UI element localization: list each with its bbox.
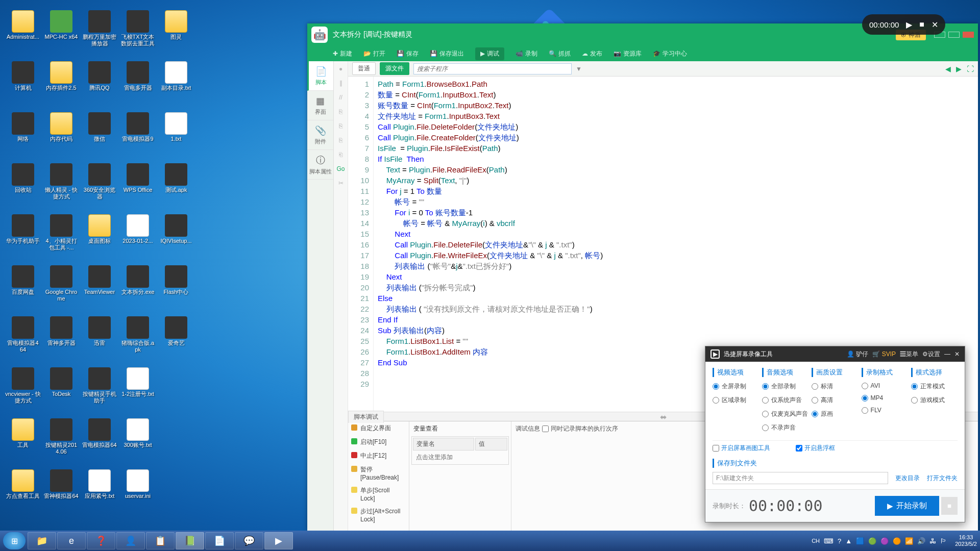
desktop-icon[interactable]: 迅雷 [82,316,117,346]
tb-app2[interactable]: 📋 [146,532,175,549]
tb-save[interactable]: 💾 保存 [397,49,419,58]
exec-customui[interactable]: 自定义界面 [348,421,409,435]
desktop-icon[interactable]: 猪嗨综合版.apk [120,316,156,353]
tab-normal[interactable]: 普通 [352,62,376,75]
tb-grab[interactable]: 🔍 抓抓 [549,49,571,58]
desktop-icon[interactable]: 按键精灵2014.06 [43,418,79,455]
opt-audio-sys[interactable]: 仅系统声音 [762,396,808,405]
tb-resource[interactable]: 📷 资源库 [614,49,642,58]
tb-help[interactable]: ❓ [87,532,115,549]
opt-audio-all[interactable]: 全部录制 [762,382,808,391]
float-recorder[interactable]: 00:00:00 ▶ ■ ✕ [862,14,945,35]
desktop-icon[interactable]: 文本拆分.exe [120,265,156,295]
tray-flag-icon[interactable]: 🏳 [940,537,947,545]
float-stop-icon[interactable]: ■ [919,20,924,29]
desktop-icon[interactable]: Flash中心 [158,265,194,295]
recorder-close-icon[interactable]: ✕ [954,350,960,358]
save-path-input[interactable] [713,472,888,484]
opt-q-hd[interactable]: 高清 [812,396,858,405]
close-button[interactable] [963,32,974,38]
exec-stop[interactable]: 中止[F12] [348,449,409,463]
tray-lang[interactable]: CH [812,538,820,544]
tb-saveexit[interactable]: 💾 保存退出 [430,49,464,58]
stop-record-button[interactable]: ■ [941,497,958,515]
tray-keyboard-icon[interactable]: ⌨ [824,537,834,545]
tb-open[interactable]: 📂 打开 [363,49,385,58]
opt-q-sd[interactable]: 标清 [812,382,858,391]
desktop-icon[interactable]: MPC-HC x64 [43,10,79,40]
desktop-icon[interactable]: 副本目录.txt [158,61,194,91]
exec-step[interactable]: 单步[Scroll Lock] [348,484,409,505]
tray-up-icon[interactable]: ▲ [845,537,852,545]
desktop-icon[interactable]: vncviewer - 快捷方式 [5,367,41,404]
chk-drawtool[interactable]: 开启屏幕画图工具 [713,444,770,453]
tb-app1[interactable]: 👤 [116,532,145,549]
desktop-icon[interactable]: 雷电模拟器9 [120,112,156,142]
desktop-icon[interactable]: 桌面图标 [82,214,117,244]
tb-learn[interactable]: 🎓 学习中心 [653,49,687,58]
float-close-icon[interactable]: ✕ [932,20,938,30]
nav-next-icon[interactable]: ▶ [956,65,962,73]
tb-record[interactable]: 📹 录制 [516,49,537,58]
opt-audio-none[interactable]: 不录声音 [762,423,808,432]
recorder-user[interactable]: 👤 驴仔 [847,350,868,359]
opt-m-normal[interactable]: 正常模式 [911,382,958,391]
desktop-icon[interactable]: 2023-01-2... [120,214,156,244]
desktop-icon[interactable]: 按键精灵手机助手 [82,367,117,404]
side-tab-props[interactable]: ⓘ脚本属性 [307,150,333,180]
nav-prev-icon[interactable]: ◀ [945,65,951,73]
maximize-button[interactable] [948,32,960,38]
opt-q-orig[interactable]: 原画 [812,410,858,418]
desktop-icon[interactable]: 华为手机助手 [5,214,41,244]
tray-i4[interactable]: 🟠 [893,537,901,545]
desktop-icon[interactable]: 网络 [5,112,41,142]
desktop-icon[interactable]: Google Chrome [43,265,79,302]
desktop-icon[interactable]: 4、小精灵打包工具 -... [43,214,79,251]
float-play-icon[interactable]: ▶ [906,20,912,30]
desktop-icon[interactable]: 雷电模拟器4 64 [5,316,41,353]
desktop-icon[interactable]: 300账号.txt [120,418,156,448]
opt-f-flv[interactable]: FLV [862,407,908,414]
start-record-button[interactable]: ▶ 开始录制 [875,496,939,516]
tray-help-icon[interactable]: ? [838,537,841,545]
desktop-icon[interactable]: WPS Office [120,163,156,193]
nav-expand-icon[interactable]: ⛶ [967,65,974,73]
desktop-icon[interactable]: 爱奇艺 [158,316,194,346]
tray-i1[interactable]: 🟦 [856,537,864,545]
side-tab-ui[interactable]: ▦界面 [307,91,333,120]
desktop-icon[interactable]: 飞梭TXT文本数据去重工具 [120,10,156,47]
desktop-icon[interactable]: 微信 [82,112,117,142]
desktop-icon[interactable]: 360安全浏览器 [82,163,117,200]
opt-fullscreen[interactable]: 全屏录制 [713,382,759,391]
desktop-icon[interactable]: 腾讯QQ [82,61,117,91]
desktop-icon[interactable]: 回收站 [5,163,41,193]
desktop-icon[interactable]: 应用紧号.txt [82,469,117,499]
opt-f-mp4[interactable]: MP4 [862,394,908,402]
desktop-icon[interactable]: 懒人精灵 - 快捷方式 [43,163,79,200]
desktop-icon[interactable]: 百度网盘 [5,265,41,295]
tb-new[interactable]: ✚ 新建 [333,49,352,58]
tab-source[interactable]: 源文件 [380,62,409,75]
side-tab-script[interactable]: 📄脚本 [307,61,333,91]
tb-explorer[interactable]: 📁 [28,532,56,549]
exec-stepover[interactable]: 步过[Alt+Scroll Lock] [348,505,409,525]
exec-start[interactable]: 启动[F10] [348,435,409,449]
recorder-settings[interactable]: ⚙设置 [922,350,940,359]
desktop-icon[interactable]: 雷神多开器 [43,316,79,346]
search-subroutine[interactable] [413,63,572,74]
desktop-icon[interactable]: 图灵 [158,10,194,40]
tray-i2[interactable]: 🟢 [868,537,876,545]
start-button[interactable]: ⊞ [3,532,26,549]
desktop-icon[interactable]: TeamViewer [82,265,117,295]
exec-pause[interactable]: 暂停[Pause/Break] [348,463,409,484]
desktop-icon[interactable]: 工具 [5,418,41,448]
desktop-icon[interactable]: 1-2注册号.txt [120,367,156,397]
desktop-icon[interactable]: 内存插件2.5 [43,61,79,91]
desktop-icon[interactable]: 方点查看工具 [5,469,41,499]
tray-clock[interactable]: 16:33 2023/5/2 [955,534,977,547]
tb-publish[interactable]: ☁ 发布 [582,49,602,58]
change-dir-link[interactable]: 更改目录 [895,474,920,483]
tb-wechat[interactable]: 💬 [235,532,263,549]
tb-app4[interactable]: 📄 [205,532,234,549]
desktop-icon[interactable]: 测试.apk [158,163,194,193]
